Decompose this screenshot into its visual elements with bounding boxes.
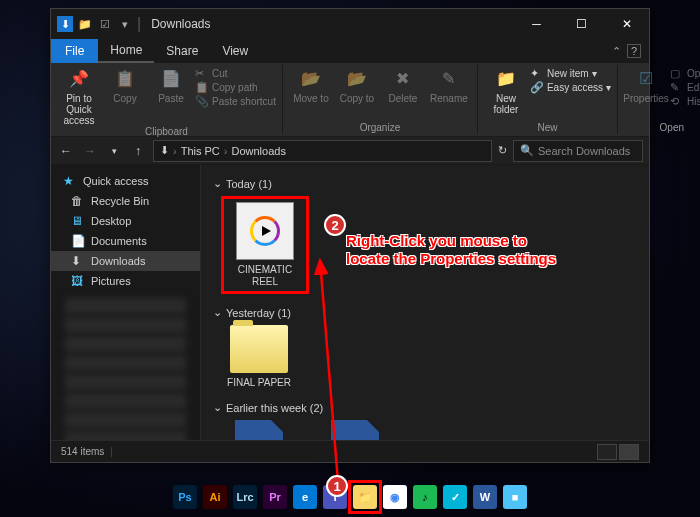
qat-down-icon[interactable]: ⬇ [57,16,73,32]
rename-icon: ✎ [437,67,461,91]
annotation-highlight-file: CINEMATIC REEL [221,196,309,294]
ribbon-help-icon[interactable]: ? [627,44,641,58]
file-list[interactable]: ⌄Today (1) CINEMATIC REEL ⌄Yesterday (1)… [201,165,649,440]
edit-icon: ✎ [670,81,684,94]
file-word-doc-2[interactable]: W [317,420,393,440]
tab-view[interactable]: View [210,39,260,63]
search-input[interactable]: 🔍 Search Downloads [513,140,643,162]
star-icon: ★ [63,174,77,188]
taskbar-app2[interactable]: ■ [503,485,527,509]
maximize-button[interactable]: ☐ [559,9,604,39]
group-organize-label: Organize [360,122,401,134]
taskbar: PsAiLrcPreT📁◉♪✓W■ [173,485,527,509]
open-button[interactable]: ▢Open ▾ [670,67,700,80]
documents-icon: 📄 [71,234,85,248]
tab-file[interactable]: File [51,39,98,63]
delete-button[interactable]: ✖Delete [381,67,425,104]
up-button[interactable]: ↑ [129,144,147,158]
file-cinematic-reel[interactable]: CINEMATIC REEL [227,202,303,288]
properties-button[interactable]: ☑Properties [624,67,668,104]
back-button[interactable]: ← [57,144,75,158]
sidebar-item-desktop[interactable]: 🖥Desktop [51,211,200,231]
taskbar-lrc[interactable]: Lrc [233,485,257,509]
qat-folder-icon[interactable]: 📁 [77,16,93,32]
close-button[interactable]: ✕ [604,9,649,39]
taskbar-ai[interactable]: Ai [203,485,227,509]
newfolder-icon: 📁 [494,67,518,91]
address-bar: ← → ▾ ↑ ⬇ › This PC › Downloads ↻ 🔍 Sear… [51,137,649,165]
qat-check-icon[interactable]: ☑ [97,16,113,32]
chevron-down-icon: ⌄ [213,401,222,414]
minimize-button[interactable]: ─ [514,9,559,39]
ribbon-collapse-icon[interactable]: ⌃ [612,45,621,58]
easy-access-button[interactable]: 🔗Easy access ▾ [530,81,611,94]
properties-icon: ☑ [634,67,658,91]
address-input[interactable]: ⬇ › This PC › Downloads [153,140,492,162]
new-item-button[interactable]: ✦New item ▾ [530,67,611,80]
nav-sidebar[interactable]: ★ Quick access 🗑Recycle Bin 🖥Desktop 📄Do… [51,165,201,440]
folder-icon: ⬇ [160,144,169,157]
edit-button[interactable]: ✎Edit [670,81,700,94]
taskbar-chrome[interactable]: ◉ [383,485,407,509]
group-earlier-header[interactable]: ⌄Earlier this week (2) [213,401,637,414]
group-open-label: Open [660,122,684,134]
search-icon: 🔍 [520,144,534,157]
recyclebin-icon: 🗑 [71,194,85,208]
chevron-down-icon: ⌄ [213,306,222,319]
taskbar-explorer[interactable]: 📁 [353,485,377,509]
taskbar-word[interactable]: W [473,485,497,509]
taskbar-edge[interactable]: e [293,485,317,509]
delete-icon: ✖ [391,67,415,91]
copypath-icon: 📋 [195,81,209,94]
sidebar-item-recyclebin[interactable]: 🗑Recycle Bin [51,191,200,211]
sidebar-item-pictures[interactable]: 🖼Pictures [51,271,200,291]
group-yesterday-header[interactable]: ⌄Yesterday (1) [213,306,637,319]
moveto-icon: 📂 [299,67,323,91]
copy-to-button[interactable]: 📂Copy to [335,67,379,104]
sidebar-item-documents[interactable]: 📄Documents [51,231,200,251]
chevron-down-icon: ⌄ [213,177,222,190]
file-word-doc-1[interactable]: W [221,420,297,440]
details-view-button[interactable] [597,444,617,460]
move-to-button[interactable]: 📂Move to [289,67,333,104]
taskbar-app1[interactable]: ✓ [443,485,467,509]
pin-button[interactable]: 📌Pin to Quick access [57,67,101,126]
pictures-icon: 🖼 [71,274,85,288]
forward-button[interactable]: → [81,144,99,158]
cut-button[interactable]: ✂Cut [195,67,276,80]
sidebar-item-downloads[interactable]: ⬇Downloads [51,251,200,271]
refresh-button[interactable]: ↻ [498,144,507,157]
easyaccess-icon: 🔗 [530,81,544,94]
desktop-icon: 🖥 [71,214,85,228]
titlebar[interactable]: ⬇ 📁 ☑ ▾ | Downloads ─ ☐ ✕ [51,9,649,39]
taskbar-ps[interactable]: Ps [173,485,197,509]
paste-button[interactable]: 📄Paste [149,67,193,104]
taskbar-spotify[interactable]: ♪ [413,485,437,509]
paste-shortcut-button[interactable]: 📎Paste shortcut [195,95,276,108]
copy-path-button[interactable]: 📋Copy path [195,81,276,94]
history-icon: ⟲ [670,95,684,108]
tab-share[interactable]: Share [154,39,210,63]
annotation-highlight-taskbar: 📁 [348,480,382,514]
window-title: Downloads [151,17,210,31]
annotation-text: Right-Click you mouse to locate the Prop… [346,232,556,268]
play-icon [250,216,280,246]
history-button[interactable]: ⟲History [670,95,700,108]
tab-home[interactable]: Home [98,39,154,63]
annotation-badge-1: 1 [326,475,348,497]
sidebar-quick-access[interactable]: ★ Quick access [51,171,200,191]
group-today-header[interactable]: ⌄Today (1) [213,177,637,190]
taskbar-pr[interactable]: Pr [263,485,287,509]
rename-button[interactable]: ✎Rename [427,67,471,104]
copy-button[interactable]: 📋Copy [103,67,147,104]
sidebar-blurred-items [51,291,200,440]
icons-view-button[interactable] [619,444,639,460]
qat-dropdown-icon[interactable]: ▾ [117,16,133,32]
recent-button[interactable]: ▾ [105,146,123,156]
ribbon: 📌Pin to Quick access 📋Copy 📄Paste ✂Cut 📋… [51,63,649,137]
new-folder-button[interactable]: 📁New folder [484,67,528,115]
folder-icon [230,325,288,373]
file-final-paper[interactable]: FINAL PAPER [221,325,297,389]
downloads-icon: ⬇ [71,254,85,268]
group-new-label: New [537,122,557,134]
